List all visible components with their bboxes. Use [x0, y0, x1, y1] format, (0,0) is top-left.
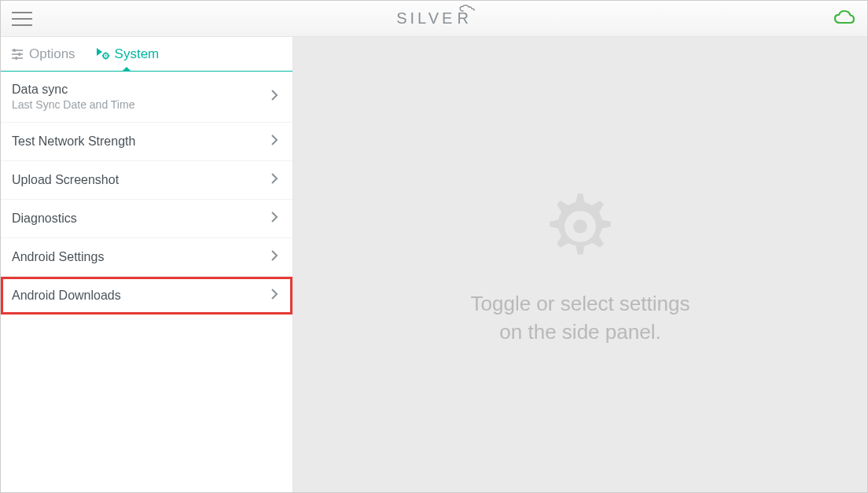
sidebar-item-test-network[interactable]: Test Network Strength	[1, 123, 292, 161]
sidebar-item-android-downloads[interactable]: Android Downloads	[1, 277, 292, 315]
cloud-status-icon[interactable]	[833, 9, 856, 29]
svg-rect-5	[16, 57, 18, 60]
system-icon	[94, 47, 110, 61]
menu-icon[interactable]	[12, 12, 32, 26]
list-item-title: Test Network Strength	[12, 134, 135, 149]
brand-logo: SILVER	[396, 9, 472, 28]
sidebar-item-diagnostics[interactable]: Diagnostics	[1, 200, 292, 238]
chevron-right-icon	[270, 249, 278, 265]
chevron-right-icon	[270, 134, 278, 149]
tab-system[interactable]: System	[85, 37, 169, 71]
chevron-right-icon	[270, 89, 278, 105]
tab-options[interactable]: Options	[1, 37, 85, 71]
main-panel: Toggle or select settings on the side pa…	[293, 37, 867, 492]
sliders-icon	[10, 47, 24, 61]
chevron-right-icon	[270, 211, 278, 226]
placeholder-line-2: on the side panel.	[471, 318, 690, 346]
gear-icon	[537, 183, 623, 273]
tabs: Options Syste	[1, 37, 292, 72]
top-bar: SILVER	[1, 1, 867, 37]
sidebar-item-data-sync[interactable]: Data sync Last Sync Date and Time	[1, 72, 292, 123]
brand-text-part2: R	[457, 9, 471, 28]
sidebar-list: Data sync Last Sync Date and Time Test N…	[1, 72, 292, 492]
list-item-title: Android Settings	[12, 250, 104, 264]
placeholder-text: Toggle or select settings on the side pa…	[471, 290, 690, 345]
list-item-subtitle: Last Sync Date and Time	[12, 98, 134, 111]
sidebar: Options Syste	[1, 37, 293, 492]
content-area: Options Syste	[1, 37, 867, 492]
list-item-title: Diagnostics	[12, 212, 77, 226]
brand-text-part1: SILVE	[396, 9, 455, 28]
svg-rect-4	[19, 53, 21, 56]
list-item-title: Upload Screenshot	[12, 173, 119, 187]
svg-point-7	[105, 55, 106, 57]
svg-rect-3	[13, 49, 16, 52]
chevron-right-icon	[270, 172, 278, 188]
list-item-title: Android Downloads	[12, 289, 121, 303]
list-item-title: Data sync	[12, 83, 134, 97]
placeholder-line-1: Toggle or select settings	[471, 290, 690, 318]
sidebar-item-android-settings[interactable]: Android Settings	[1, 238, 292, 277]
tab-options-label: Options	[29, 46, 75, 62]
sidebar-item-upload-screenshot[interactable]: Upload Screenshot	[1, 161, 292, 200]
brand-cloud-icon	[458, 5, 476, 13]
tab-system-label: System	[115, 46, 160, 62]
chevron-right-icon	[270, 288, 278, 304]
